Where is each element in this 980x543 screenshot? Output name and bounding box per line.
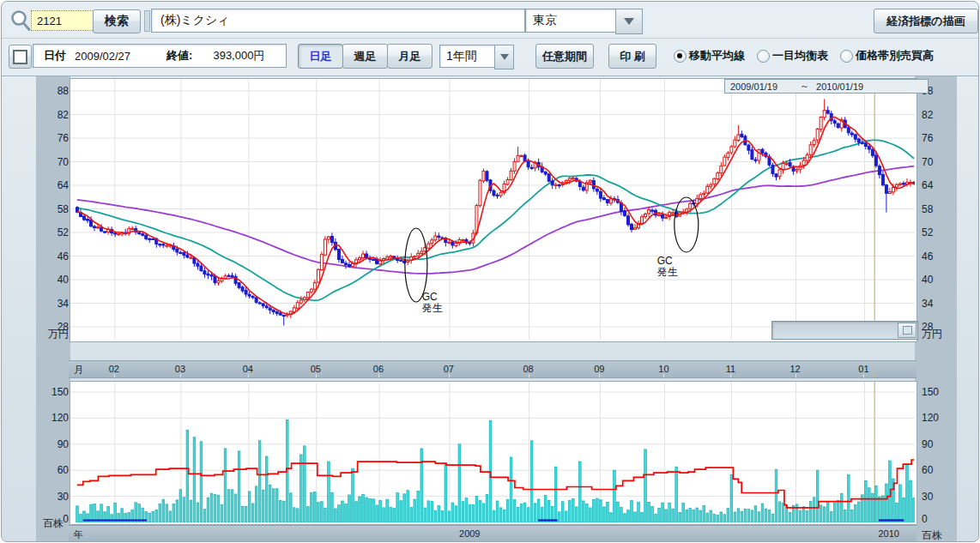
month-label: 01 [858, 364, 868, 374]
month-tick [863, 374, 864, 377]
month-label: 06 [373, 364, 384, 374]
search-button[interactable]: 検索 [93, 9, 141, 33]
month-label: 04 [243, 364, 253, 374]
month-label: 11 [726, 364, 735, 374]
gc-label: 発生 [421, 302, 443, 314]
indicator-radio-group: 移動平均線一目均衡表価格帯別売買高 [674, 46, 934, 65]
volume-tick-label-left: 30 [38, 491, 69, 503]
month-label: 08 [523, 364, 533, 374]
chart-scrollbar[interactable] [771, 321, 918, 340]
volume-chart-svg [70, 382, 915, 522]
price-chart-svg: GC発生GC発生 [70, 79, 915, 340]
period-weekly-button[interactable]: 週足 [342, 44, 388, 69]
right-axis-gutter: 8882767064585246403428万円1501209060300百株 [915, 76, 957, 542]
gc-ellipse [675, 197, 699, 252]
price-tick-label-left: 88 [38, 85, 69, 97]
price-tick-label-left: 58 [38, 203, 69, 215]
month-tick [449, 374, 450, 377]
volume-tick-label-right: 120 [922, 412, 939, 424]
price-tick-label-right: 64 [922, 179, 933, 191]
square-icon [13, 50, 27, 64]
volume-chart-pane[interactable] [70, 381, 917, 525]
volume-unit-label-left: 百株 [43, 516, 64, 531]
range-from: 2009/01/19 [730, 81, 777, 92]
draw-economic-indicators-button[interactable]: 経済指標の描画 [874, 9, 978, 33]
price-tick-label-left: 82 [38, 109, 69, 121]
range-select-field[interactable]: 1年間 [439, 45, 501, 68]
search-icon [9, 9, 32, 32]
year-label: 2010 [878, 528, 898, 539]
month-tick [378, 374, 379, 377]
indicator-radio-0[interactable]: 移動平均線 [674, 48, 745, 63]
price-unit-label-right: 万円 [922, 327, 942, 341]
period-daily-button[interactable]: 日足 [298, 44, 343, 69]
indicator-radio-label: 価格帯別売買高 [856, 48, 934, 63]
volume-tick-label-left: 60 [38, 464, 69, 476]
volume-tick-label-left: 150 [38, 386, 69, 398]
month-label: 02 [109, 364, 119, 374]
candles-group [76, 99, 916, 325]
month-label: 09 [594, 364, 604, 374]
year-axis-bar: 年 20092010 [69, 525, 916, 542]
custom-period-button[interactable]: 任意期間 [535, 44, 594, 69]
price-tick-label-right: 46 [922, 250, 933, 262]
period-monthly-button[interactable]: 月足 [387, 44, 433, 69]
month-tick [730, 374, 731, 377]
company-name-field[interactable]: (株)ミクシィ [151, 9, 525, 33]
radio-icon[interactable] [840, 50, 853, 63]
price-tick-label-right: 52 [922, 226, 933, 238]
range-tilde: ～ [800, 80, 809, 93]
gc-label: GC [657, 255, 673, 267]
date-label: 日付 [44, 48, 66, 63]
ma-5-line [77, 117, 914, 314]
month-label: 03 [175, 364, 185, 374]
ma-75-line [77, 166, 914, 274]
close-label: 終値: [166, 48, 192, 63]
month-tick [795, 374, 796, 377]
market-select-arrow-button[interactable] [615, 9, 643, 34]
volume-tick-label-left: 90 [38, 438, 69, 450]
radio-icon[interactable] [674, 50, 687, 63]
indicator-radio-label: 一目均衡表 [772, 48, 828, 63]
month-tick [180, 374, 181, 377]
toolbar-second: 日付 2009/02/27 終値: 393,000円 日足 週足 月足 1年間 … [2, 39, 978, 75]
indicator-radio-1[interactable]: 一目均衡表 [757, 48, 828, 63]
price-tick-label-right: 82 [922, 109, 933, 121]
month-tick [663, 374, 664, 377]
toolbar-top: 2121 検索 (株)ミクシィ 東京 経済指標の描画 [2, 2, 978, 38]
date-range-box: 2009/01/19 ～ 2010/01/19 [724, 79, 929, 94]
field-grip [144, 10, 150, 32]
month-tick [529, 374, 529, 377]
app-root: 2121 検索 (株)ミクシィ 東京 経済指標の描画 日付 2009/02/27… [0, 0, 980, 543]
price-tick-label-left: 76 [38, 132, 69, 144]
price-grid [70, 79, 915, 340]
chevron-down-icon [500, 54, 509, 60]
date-close-field: 日付 2009/02/27 終値: 393,000円 [33, 44, 287, 68]
print-button[interactable]: 印 刷 [608, 44, 656, 69]
market-select-field[interactable]: 東京 [525, 9, 623, 33]
window-mode-button[interactable] [9, 45, 32, 69]
price-tick-label-left: 70 [38, 156, 69, 168]
stock-code-input[interactable]: 2121 [31, 10, 94, 31]
scrollbar-button[interactable] [898, 323, 916, 338]
indicator-radio-label: 移動平均線 [689, 48, 745, 63]
radio-icon[interactable] [757, 50, 770, 63]
price-tick-label-left: 64 [38, 179, 69, 191]
price-tick-label-right: 70 [922, 156, 933, 168]
date-value: 2009/02/27 [75, 50, 130, 63]
price-chart-pane[interactable]: GC発生GC発生 [70, 78, 917, 342]
volume-tick-label-right: 150 [922, 386, 939, 398]
price-tick-label-right: 58 [922, 203, 933, 215]
chart-app-window: 2121 検索 (株)ミクシィ 東京 経済指標の描画 日付 2009/02/27… [1, 1, 979, 542]
volume-tick-label-right: 0 [922, 513, 928, 525]
price-tick-label-right: 76 [922, 132, 933, 144]
price-tick-label-left: 34 [38, 298, 69, 310]
price-tick-label-left: 52 [38, 226, 69, 238]
range-select-arrow-button[interactable] [494, 45, 514, 69]
price-unit-label-left: 万円 [48, 327, 69, 341]
indicator-radio-2[interactable]: 価格帯別売買高 [840, 48, 934, 63]
month-tick [248, 374, 249, 377]
volume-tick-label-right: 30 [922, 491, 933, 503]
gc-label: GC [422, 291, 438, 303]
month-axis-bar: 月 020304050607080910111201 [69, 360, 916, 378]
